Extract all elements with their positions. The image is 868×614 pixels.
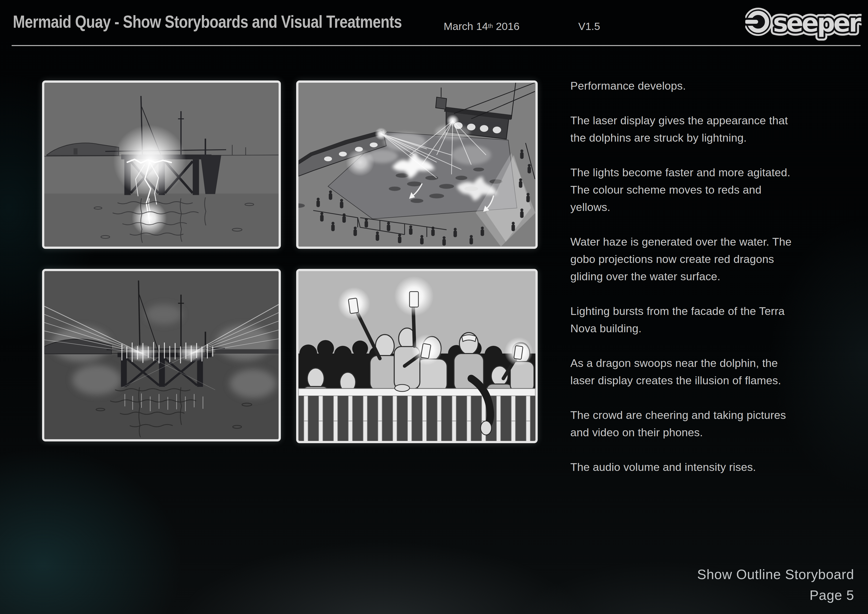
logo-text: seeper	[773, 8, 861, 37]
storyboard-frame-aerial-lasers	[296, 81, 538, 249]
narration-paragraph: The lights become faster and more agitat…	[570, 164, 845, 216]
seeper-logo: seeper seeper seeper	[745, 2, 862, 43]
date-year: 2016	[493, 20, 519, 32]
footer-document-label: Show Outline Storyboard	[697, 564, 854, 585]
storyboard-frame-crowd-phones	[296, 269, 538, 443]
rig-lightning-sketch	[44, 83, 279, 247]
footer-page-number: Page 5	[697, 585, 854, 606]
version-label: V1.5	[578, 20, 600, 33]
aerial-laser-show-sketch	[298, 83, 535, 247]
narration-paragraph: The audio volume and intensity rises.	[570, 459, 845, 476]
narration-paragraph: The crowd are cheering and taking pictur…	[570, 407, 845, 441]
narration-paragraph: Water haze is generated over the water. …	[570, 233, 845, 285]
storyboard-page: Mermaid Quay - Show Storyboards and Visu…	[0, 0, 868, 614]
logo-mark-bar	[745, 19, 759, 25]
narration-paragraph: The laser display gives the appearance t…	[570, 112, 845, 146]
crowd-phones-sketch	[298, 271, 535, 441]
header-divider	[12, 45, 860, 46]
narration-column: Performance develops. The laser display …	[570, 77, 845, 493]
storyboard-frame-rig-lightning	[42, 81, 281, 249]
narration-paragraph: Performance develops.	[570, 77, 845, 95]
date-label: March 14th 2016	[444, 20, 519, 33]
footer: Show Outline Storyboard Page 5	[697, 564, 854, 606]
rig-laser-fans-sketch	[44, 271, 279, 439]
storyboard-frame-rig-laser-fans	[42, 269, 281, 441]
page-title: Mermaid Quay - Show Storyboards and Visu…	[13, 12, 402, 32]
date-prefix: March 14	[444, 20, 488, 32]
date-ordinal-suffix: th	[488, 23, 493, 29]
narration-paragraph: As a dragon swoops near the dolphin, the…	[570, 354, 845, 389]
narration-paragraph: Lighting bursts from the facade of the T…	[570, 303, 845, 337]
